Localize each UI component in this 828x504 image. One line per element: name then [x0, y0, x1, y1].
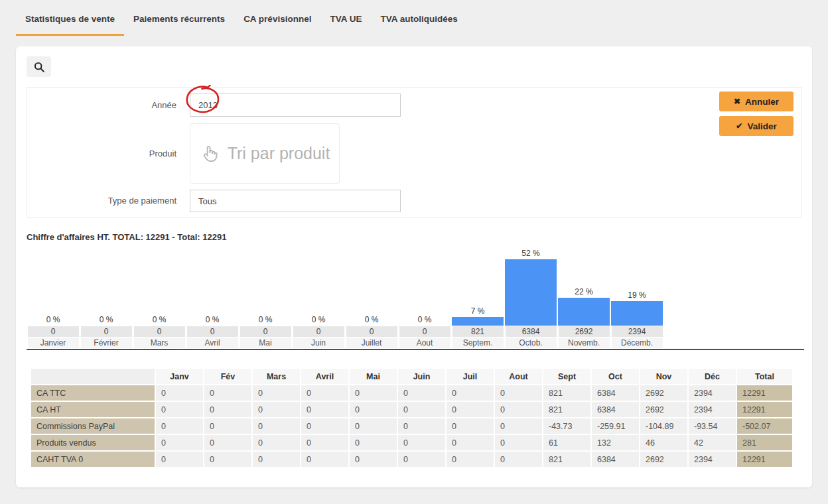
- filter-form: Année Produit Tri par produit Type de pa…: [27, 87, 801, 218]
- bar-value-cell: 2394: [612, 326, 663, 337]
- table-row: Commissions PayPal00000000-43.73-259.91-…: [31, 418, 792, 434]
- type-paiement-input[interactable]: [190, 190, 401, 212]
- check-icon: ✔: [736, 121, 742, 131]
- chart-column: 0 %0Mai: [239, 315, 292, 349]
- bar-percent-label: 0 %: [80, 315, 133, 326]
- value-cell: -43.73: [543, 418, 590, 434]
- tri-par-produit-label: Tri par produit: [228, 144, 330, 163]
- bar-percent-label: 52 %: [504, 249, 557, 259]
- value-cell: 0: [398, 418, 445, 434]
- bar-value-cell: 2692: [559, 326, 610, 337]
- value-cell: 0: [156, 402, 203, 417]
- row-label-cell: Produits vendus: [31, 435, 155, 450]
- value-cell: 2692: [640, 402, 687, 417]
- value-cell: 0: [156, 435, 203, 450]
- row-label-cell: CA HT: [31, 402, 155, 417]
- chart-column: 7 %821Septem.: [451, 306, 504, 349]
- search-button[interactable]: [27, 56, 51, 77]
- chart-column: 19 %2394Décemb.: [610, 290, 663, 349]
- bar-value-cell: 0: [399, 326, 450, 337]
- annuler-label: Annuler: [745, 97, 779, 107]
- value-cell: 61: [543, 435, 590, 450]
- bar-percent-label: 22 %: [557, 287, 610, 298]
- value-cell: 0: [350, 435, 397, 450]
- tab-paiements-recurrents[interactable]: Paiements récurrents: [124, 4, 234, 36]
- table-column-header: Total: [737, 369, 792, 384]
- row-total-cell: 281: [737, 435, 792, 450]
- value-cell: 0: [398, 452, 445, 467]
- tab-bar: Statistiques de vente Paiements récurren…: [16, 4, 828, 36]
- produit-label: Produit: [27, 123, 176, 184]
- tab-ca-previsionnel[interactable]: CA prévisionnel: [234, 4, 320, 36]
- chart-column: 0 %0Aout: [398, 315, 451, 349]
- row-label-cell: CAHT TVA 0: [31, 452, 155, 467]
- bar-percent-label: 7 %: [451, 306, 504, 317]
- table-column-header: Avril: [301, 369, 348, 384]
- value-cell: 821: [543, 402, 590, 417]
- value-cell: -259.91: [592, 418, 639, 434]
- month-label-cell: Octob.: [506, 338, 557, 348]
- value-cell: 0: [398, 435, 445, 450]
- bar: [505, 259, 557, 326]
- bar-value-cell: 0: [346, 326, 397, 337]
- annuler-button[interactable]: ✖ Annuler: [719, 92, 794, 111]
- value-cell: 0: [301, 435, 348, 450]
- bar-percent-label: 0 %: [133, 315, 186, 326]
- value-cell: 0: [447, 385, 494, 401]
- value-cell: 0: [495, 452, 542, 467]
- value-cell: 0: [350, 452, 397, 467]
- bar: [452, 317, 504, 326]
- value-cell: 0: [253, 452, 300, 467]
- table-column-header: Juil: [447, 369, 494, 384]
- value-cell: 0: [156, 452, 203, 467]
- value-cell: 2394: [689, 452, 736, 467]
- value-cell: 0: [301, 402, 348, 417]
- chart-column: 0 %0Janvier: [27, 315, 80, 349]
- value-cell: 0: [447, 452, 494, 467]
- bar: [558, 298, 610, 326]
- value-cell: 2394: [689, 385, 736, 401]
- type-paiement-label: Type de paiement: [27, 190, 176, 212]
- value-cell: 132: [592, 435, 639, 450]
- bar-percent-label: 0 %: [292, 315, 345, 326]
- bar-percent-label: 0 %: [27, 315, 80, 326]
- value-cell: 821: [543, 385, 590, 401]
- bar-value-cell: 821: [452, 326, 504, 337]
- value-cell: 0: [253, 402, 300, 417]
- table-header-row: JanvFévMarsAvrilMaiJuinJuilAoutSeptOctNo…: [31, 369, 792, 384]
- row-total-cell: 12291: [737, 385, 792, 401]
- table-column-header: Sept: [543, 369, 590, 384]
- table-column-header: Mars: [253, 369, 300, 384]
- table-column-header: Juin: [398, 369, 445, 384]
- month-label-cell: Mai: [240, 338, 291, 348]
- value-cell: 0: [253, 385, 300, 401]
- row-label-cell: Commissions PayPal: [31, 418, 155, 434]
- monthly-stats-table: JanvFévMarsAvrilMaiJuinJuilAoutSeptOctNo…: [30, 367, 794, 468]
- value-cell: 46: [640, 435, 687, 450]
- value-cell: 42: [689, 435, 736, 450]
- month-label-cell: Mars: [134, 338, 185, 348]
- value-cell: 6384: [592, 385, 639, 401]
- tab-tva-ue[interactable]: TVA UE: [320, 4, 371, 36]
- chart-title: Chiffre d'affaires HT. TOTAL: 12291 - To…: [27, 232, 801, 242]
- bar: [611, 301, 663, 326]
- value-cell: 0: [495, 402, 542, 417]
- value-cell: 0: [350, 402, 397, 417]
- value-cell: 0: [204, 418, 251, 434]
- revenue-bar-chart: 0 %0Janvier0 %0Février0 %0Mars0 %0Avril0…: [27, 249, 804, 350]
- hand-pointer-icon: [200, 144, 220, 164]
- value-cell: 821: [543, 452, 590, 467]
- tab-statistiques-de-vente[interactable]: Statistiques de vente: [16, 4, 124, 36]
- value-cell: 0: [398, 385, 445, 401]
- bar-value-cell: 0: [28, 326, 79, 337]
- table-row: CAHT TVA 00000000082163842692239412291: [31, 452, 792, 467]
- value-cell: 0: [204, 435, 251, 450]
- tri-par-produit-button[interactable]: Tri par produit: [190, 123, 340, 184]
- tab-tva-autoliquidees[interactable]: TVA autoliquidées: [371, 4, 466, 36]
- annee-input[interactable]: [190, 94, 401, 117]
- valider-button[interactable]: ✔ Valider: [719, 116, 794, 136]
- table-column-header: Déc: [689, 369, 736, 384]
- value-cell: 0: [156, 385, 203, 401]
- row-total-cell: 12291: [737, 402, 792, 417]
- annee-label: Année: [27, 94, 176, 117]
